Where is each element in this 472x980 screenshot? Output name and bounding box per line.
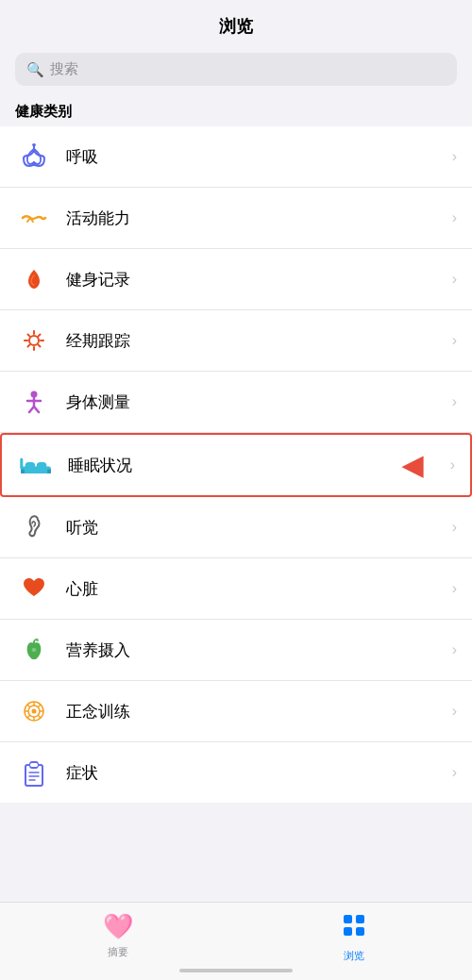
- list-item-heart[interactable]: 心脏 ›: [0, 558, 472, 620]
- svg-point-1: [29, 336, 39, 345]
- svg-point-0: [32, 143, 36, 146]
- red-arrow-icon: ◀: [402, 450, 423, 481]
- svg-line-8: [38, 335, 40, 337]
- item-label-fitness: 健身记录: [66, 269, 452, 291]
- list-item-fitness[interactable]: 健身记录 ›: [0, 249, 472, 310]
- svg-line-7: [38, 344, 40, 346]
- svg-rect-19: [37, 462, 47, 470]
- chevron-activity: ›: [452, 209, 457, 226]
- page-title: 浏览: [219, 17, 253, 36]
- activity-icon: [15, 199, 53, 237]
- svg-rect-41: [344, 927, 352, 936]
- item-label-nutrition: 营养摄入: [66, 639, 452, 661]
- tab-browse[interactable]: 浏览: [326, 912, 382, 963]
- list-item-sleep[interactable]: 睡眠状况 ◀ ›: [0, 433, 472, 497]
- list-item-activity[interactable]: 活动能力 ›: [0, 188, 472, 249]
- sleep-icon: [17, 446, 55, 484]
- search-icon: 🔍: [26, 61, 44, 78]
- svg-rect-20: [20, 457, 23, 469]
- svg-line-29: [27, 705, 30, 707]
- svg-line-31: [38, 705, 41, 707]
- heart-icon: [15, 570, 53, 607]
- list-item-breathing[interactable]: 呼吸 ›: [0, 126, 472, 188]
- svg-line-32: [27, 715, 30, 718]
- list-item-symptoms[interactable]: 症状 ›: [0, 742, 472, 803]
- page-header: 浏览: [0, 0, 472, 47]
- chevron-hearing: ›: [452, 519, 457, 536]
- item-label-symptoms: 症状: [66, 762, 452, 784]
- item-label-heart: 心脏: [66, 578, 452, 600]
- hearing-icon: [15, 508, 53, 546]
- period-icon: [15, 322, 53, 359]
- chevron-fitness: ›: [452, 271, 457, 288]
- item-label-activity: 活动能力: [66, 208, 452, 229]
- list-item-period[interactable]: 经期跟踪 ›: [0, 310, 472, 372]
- chevron-sleep: ›: [450, 457, 455, 473]
- item-label-hearing: 听觉: [66, 517, 452, 539]
- red-arrow-annotation: ◀: [402, 450, 423, 481]
- svg-rect-40: [356, 915, 364, 923]
- svg-rect-17: [47, 470, 51, 474]
- tab-summary[interactable]: 🩷 摘要: [90, 912, 146, 959]
- chevron-breathing: ›: [452, 148, 457, 165]
- item-label-sleep: 睡眠状况: [68, 455, 450, 476]
- chevron-heart: ›: [452, 580, 457, 597]
- chevron-body: ›: [452, 393, 457, 410]
- section-header: 健康类别: [0, 95, 472, 126]
- item-label-mindfulness: 正念训练: [66, 701, 452, 723]
- svg-line-30: [38, 715, 41, 718]
- summary-tab-icon: 🩷: [103, 912, 133, 941]
- item-label-breathing: 呼吸: [66, 146, 452, 168]
- list-item-body[interactable]: 身体测量 ›: [0, 372, 472, 433]
- svg-rect-16: [21, 470, 25, 474]
- svg-point-21: [32, 648, 37, 652]
- svg-line-14: [34, 407, 39, 412]
- mindfulness-icon: [15, 692, 53, 730]
- list-item-mindfulness[interactable]: 正念训练 ›: [0, 681, 472, 742]
- body-icon: [15, 383, 53, 421]
- svg-rect-35: [30, 764, 38, 767]
- search-bar-container: 🔍 搜索: [0, 47, 472, 95]
- svg-rect-18: [25, 462, 36, 470]
- nutrition-icon: [15, 631, 53, 669]
- item-label-body: 身体测量: [66, 391, 452, 413]
- list-item-nutrition[interactable]: 营养摄入 ›: [0, 620, 472, 681]
- fitness-icon: [15, 260, 53, 298]
- lungs-icon: [15, 138, 53, 175]
- svg-point-24: [32, 709, 37, 714]
- browse-tab-label: 浏览: [344, 949, 364, 963]
- svg-line-6: [28, 335, 30, 337]
- svg-rect-15: [21, 467, 51, 474]
- chevron-nutrition: ›: [452, 641, 457, 658]
- home-indicator: [179, 969, 293, 972]
- search-bar[interactable]: 🔍 搜索: [15, 53, 457, 86]
- search-placeholder: 搜索: [50, 60, 78, 78]
- svg-rect-39: [344, 915, 352, 923]
- health-categories-list: 呼吸 › 活动能力 › 健身记录 ›: [0, 126, 472, 803]
- chevron-symptoms: ›: [452, 764, 457, 781]
- symptoms-icon: [15, 754, 53, 791]
- item-label-period: 经期跟踪: [66, 330, 452, 352]
- svg-line-9: [28, 344, 30, 346]
- svg-rect-42: [356, 927, 364, 936]
- chevron-period: ›: [452, 332, 457, 349]
- chevron-mindfulness: ›: [452, 703, 457, 720]
- content-scroll[interactable]: 浏览 🔍 搜索 健康类别 呼吸 ›: [0, 0, 472, 902]
- list-item-hearing[interactable]: 听觉 ›: [0, 497, 472, 558]
- browse-tab-icon: [341, 912, 367, 945]
- summary-tab-label: 摘要: [108, 945, 128, 959]
